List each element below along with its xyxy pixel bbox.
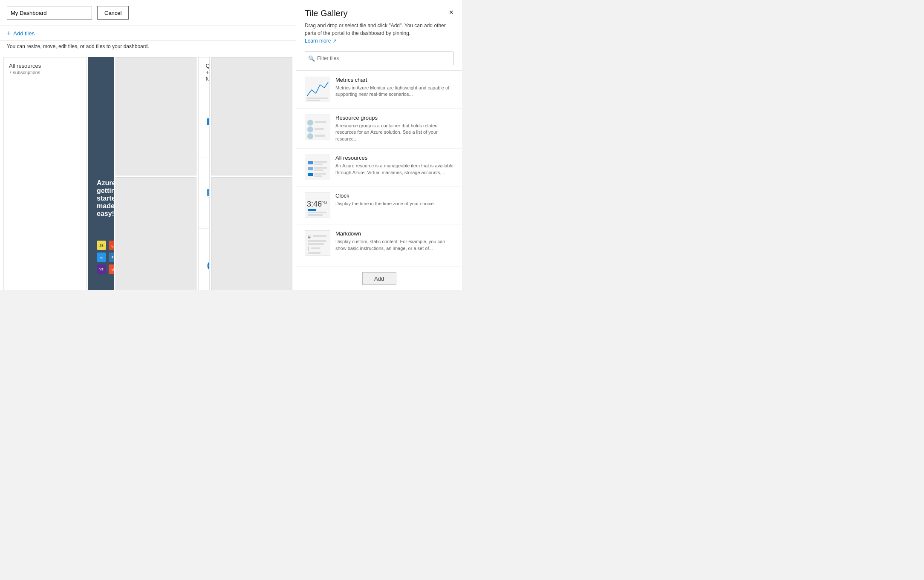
gallery-item-resource-groups[interactable]: Resource groups A resource group is a co… [296,109,462,149]
svg-rect-55 [308,243,324,245]
git-icon: git [109,264,114,274]
tile-all-resources[interactable]: All resources 7 subscriptions ↻ Refresh … [3,57,87,290]
small-tiles-col [116,57,196,290]
app-service-icon [205,259,210,273]
svg-rect-44 [314,175,322,177]
external-link-icon: ↗ [332,38,337,44]
add-tiles-label: Add tiles [13,30,35,37]
svg-text:(: ( [308,246,309,251]
svg-rect-49 [308,212,326,213]
small-tile-4 [211,57,292,175]
gallery-item-markdown[interactable]: # ( Markdown Display custom, static cont… [296,224,462,262]
filter-tiles-input[interactable] [305,52,453,65]
metrics-title: Metrics chart [335,77,453,83]
markdown-info: Markdown Display custom, static content.… [335,230,453,252]
grid-row-1: All resources 7 subscriptions ↻ Refresh … [3,57,292,290]
python-icon: Py [109,253,114,262]
quickstart-windows-vm[interactable]: Windows Virtual Machines ↗ Provision Win… [199,87,210,158]
html5-icon: 5 [109,241,114,250]
resource-groups-info: Resource groups A resource group is a co… [335,115,453,142]
subtitle: You can resize, move, edit tiles, or add… [0,41,296,54]
metrics-desc: Metrics in Azure Monitor are lightweight… [335,85,453,98]
svg-rect-36 [308,161,313,164]
gallery-footer: Add [296,267,462,290]
quickstarts-col: Quickstarts + tutorials [198,57,210,290]
svg-rect-12 [208,198,210,198]
svg-rect-8 [209,123,210,124]
svg-rect-30 [315,121,326,123]
quickstarts-header: Quickstarts + tutorials [199,57,210,87]
all-resources-thumb [305,155,330,180]
gallery-item-clock[interactable]: 3:46 PM Clock Display the time in the ti… [296,187,462,224]
svg-rect-41 [314,169,323,171]
plus-icon: + [7,29,11,37]
search-icon: 🔍 [308,55,315,62]
clock-thumb: 3:46 PM [305,192,330,218]
svg-rect-32 [315,128,324,130]
svg-rect-26 [307,98,328,99]
markdown-title: Markdown [335,230,453,237]
gs-icons: JS 5 Az .NET 🐋 Py php node VS git [97,241,114,275]
gallery-item-all-resources[interactable]: All resources An Azure resource is a man… [296,149,462,187]
tile-getting-started: Azure getting started made easy! JS 5 Az… [88,57,114,290]
all-resources-gallery-desc: An Azure resource is a manageable item t… [335,163,453,176]
quickstart-linux-vm[interactable]: Linux Virtual Machines ↗ Provision Ubunt… [199,158,210,229]
svg-rect-42 [308,173,313,176]
clock-info: Clock Display the time in the time zone … [335,192,435,207]
svg-rect-38 [314,164,323,165]
svg-text:PM: PM [321,201,327,205]
resource-groups-title: Resource groups [335,115,453,121]
gallery-header: Tile Gallery × [296,0,462,22]
svg-rect-34 [315,135,325,137]
all-resources-gallery-title: All resources [335,155,453,161]
cancel-button[interactable]: Cancel [97,6,129,20]
metrics-thumb [305,77,330,102]
svg-rect-53 [313,235,326,237]
clock-desc: Display the time in the time zone of you… [335,201,435,207]
gallery-item-metrics[interactable]: Metrics chart Metrics in Azure Monitor a… [296,71,462,109]
svg-rect-10 [207,189,210,196]
svg-rect-58 [308,252,321,254]
docker-icon: 🐋 [97,253,106,262]
small-tile-2 [116,177,196,290]
gallery-search: 🔍 [305,52,453,65]
markdown-desc: Display custom, static content. For exam… [335,238,453,252]
dashboard-name-input[interactable] [7,6,92,20]
svg-rect-4 [209,126,210,127]
gallery-close-button[interactable]: × [449,9,453,16]
svg-rect-40 [314,167,327,169]
windows-vm-icon [205,116,210,129]
add-tile-button[interactable]: Add [362,272,396,285]
svg-rect-27 [307,100,320,101]
small-tiles-col-2 [211,57,292,290]
svg-rect-5 [208,127,210,127]
linux-vm-icon [205,187,210,200]
markdown-thumb: # ( [305,230,330,256]
svg-point-29 [307,120,313,126]
svg-text:3:46: 3:46 [307,200,322,208]
all-resources-sub: 7 subscriptions [9,70,81,75]
svg-rect-37 [314,161,327,163]
svg-point-33 [307,133,313,139]
gallery-title: Tile Gallery [305,9,347,18]
vs-icon: VS [97,264,106,274]
svg-rect-6 [209,119,210,122]
svg-rect-54 [308,240,326,242]
svg-rect-57 [311,247,320,249]
all-resources-info: All resources An Azure resource is a man… [335,155,453,176]
gallery-desc: Drag and drop or select tile and click "… [296,22,462,48]
svg-text:5: 5 [111,244,114,248]
add-tiles-bar: + Add tiles [0,26,296,41]
svg-rect-3 [207,118,210,125]
svg-rect-43 [314,173,326,175]
gallery-item-users-groups[interactable]: Users and groups Display the top Azure A… [296,262,462,267]
small-tile-1 [116,57,196,175]
svg-rect-39 [308,167,313,170]
learn-more-link[interactable]: Learn more ↗ [305,38,337,44]
tile-gallery-panel: Tile Gallery × Drag and drop or select t… [296,0,462,290]
svg-rect-50 [308,214,323,216]
left-panel: Cancel + Add tiles You can resize, move,… [0,0,296,290]
quickstart-app-service[interactable]: App Service ↗ Create Web Apps using .NET… [199,229,210,290]
add-tiles-link[interactable]: + Add tiles [7,29,289,37]
svg-point-31 [307,126,313,132]
